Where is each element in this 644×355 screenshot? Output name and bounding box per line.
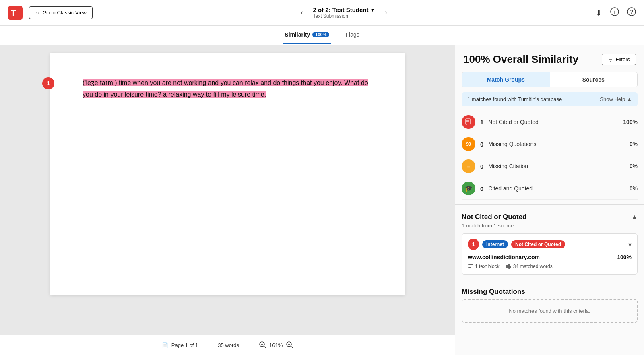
tab-flags[interactable]: Flags <box>344 27 361 44</box>
page-icon: 📄 <box>162 342 168 348</box>
source-badge-num: 1 <box>468 239 479 250</box>
source-pct: 100% <box>617 254 632 260</box>
student-name: 2 of 2: Test Student ▼ <box>313 6 375 13</box>
match-badge-1[interactable]: 1 <box>42 77 54 89</box>
similarity-badge: 100% <box>312 32 329 37</box>
missing-quotations-title: Missing Quotations <box>462 288 638 296</box>
source-url: www.collinsdictionary.com <box>468 254 540 260</box>
not-cited-subtitle: 1 match from 1 source <box>462 223 638 229</box>
page-label: Page 1 of 1 <box>171 342 198 348</box>
match-row-missing-citation: ≡ 0 Missing Citation 0% <box>462 155 638 178</box>
word-count: 35 words <box>218 342 239 348</box>
badge-not-cited-or-quoted: Not Cited or Quoted <box>511 240 565 248</box>
document-panel: 1 ('leʒe taɪm ) time when you are not wo… <box>0 45 455 355</box>
not-cited-title: Not Cited or Quoted ▲ <box>462 213 638 221</box>
topbar-right: ⬇ i ? <box>595 7 636 18</box>
svg-text:T: T <box>11 8 16 17</box>
svg-rect-21 <box>468 266 473 266</box>
chevron-up-icon: ▲ <box>627 96 632 102</box>
match-row-missing-quotations: 99 0 Missing Quotations 0% <box>462 133 638 155</box>
svg-line-12 <box>291 346 293 348</box>
sidebar: 100% Overall Similarity Filters Match Gr… <box>455 45 644 355</box>
svg-rect-23 <box>506 265 508 268</box>
similarity-title: 100% Overall Similarity Filters <box>463 53 636 66</box>
source-card-top: 1 Internet Not Cited or Quoted ▾ <box>468 239 632 250</box>
badge-internet: Internet <box>482 240 508 248</box>
not-cited-icon <box>462 115 475 129</box>
topbar-center: ‹ 2 of 2: Test Student ▼ Text Submission… <box>297 5 390 20</box>
info-button[interactable]: i <box>610 7 619 18</box>
not-cited-collapse-button[interactable]: ▲ <box>631 213 638 221</box>
turnitin-logo-icon: T <box>8 6 23 20</box>
svg-text:?: ? <box>630 9 633 15</box>
text-blocks-meta: 1 text block <box>468 264 500 269</box>
svg-line-8 <box>264 346 266 348</box>
help-button[interactable]: ? <box>627 7 636 18</box>
zoom-in-button[interactable] <box>286 341 293 350</box>
matches-found-box: 1 matches found with Turnitin's database… <box>462 92 638 106</box>
not-cited-section: Not Cited or Quoted ▲ 1 match from 1 sou… <box>455 206 644 281</box>
document-page: 1 ('leʒe taɪm ) time when you are not wo… <box>50 53 405 295</box>
filters-button[interactable]: Filters <box>602 54 636 65</box>
zoom-out-button[interactable] <box>259 341 266 350</box>
svg-text:i: i <box>614 9 615 15</box>
source-badges: 1 Internet Not Cited or Quoted <box>468 239 565 250</box>
dropdown-icon: ▼ <box>370 7 375 13</box>
document-bottom-bar: 📄 Page 1 of 1 35 words 161% <box>0 335 455 355</box>
highlighted-text: ('leʒe taɪm ) time when you are not work… <box>83 79 368 98</box>
submission-type: Text Submission <box>313 13 375 19</box>
topbar-left: T ↔ Go to Classic View <box>8 6 93 20</box>
page-info: 📄 Page 1 of 1 <box>162 342 198 348</box>
main-layout: 1 ('leʒe taɪm ) time when you are not wo… <box>0 45 644 355</box>
sidebar-divider-2 <box>455 283 644 283</box>
svg-rect-17 <box>467 124 470 126</box>
source-meta: 1 text block 34 matched words <box>468 264 632 269</box>
next-student-button[interactable]: › <box>381 5 390 20</box>
svg-rect-22 <box>468 267 471 268</box>
zoom-control: 161% <box>259 341 293 350</box>
zoom-level: 161% <box>269 342 283 348</box>
show-help-button[interactable]: Show Help ▲ <box>600 96 632 102</box>
missing-citation-icon: ≡ <box>462 159 475 173</box>
tab-similarity[interactable]: Similarity 100% <box>283 27 331 44</box>
sidebar-divider-1 <box>455 204 644 205</box>
match-row-cited-quoted: 🎓 0 Cited and Quoted 0% <box>462 178 638 200</box>
matches-found-text: 1 matches found with Turnitin's database <box>467 96 562 102</box>
svg-rect-25 <box>510 266 511 268</box>
sidebar-tab-group: Match Groups Sources <box>462 72 638 87</box>
download-button[interactable]: ⬇ <box>595 8 602 18</box>
missing-quotations-icon: 99 <box>462 137 475 151</box>
tab-match-groups[interactable]: Match Groups <box>462 72 550 87</box>
source-url-row: www.collinsdictionary.com 100% <box>468 254 632 260</box>
sidebar-header: 100% Overall Similarity Filters <box>455 45 644 72</box>
cited-quoted-icon: 🎓 <box>462 182 475 195</box>
arrow-icon: ↔ <box>35 10 40 16</box>
match-rows: 1 Not Cited or Quoted 100% 99 0 Missing … <box>455 111 644 203</box>
match-row-not-cited: 1 Not Cited or Quoted 100% <box>462 111 638 133</box>
missing-quotations-empty: No matches found with this criteria. <box>462 299 638 323</box>
divider-1 <box>208 341 208 349</box>
turnitin-logo: T <box>8 6 23 20</box>
matched-words-meta: 34 matched words <box>506 264 553 269</box>
document-text: ('leʒe taɪm ) time when you are not work… <box>83 77 372 101</box>
classic-view-label: Go to Classic View <box>43 10 87 16</box>
svg-rect-24 <box>508 264 510 269</box>
tabbar: Similarity 100% Flags <box>0 26 644 45</box>
divider-2 <box>249 341 249 349</box>
source-card-collins: 1 Internet Not Cited or Quoted ▾ www.col… <box>462 233 638 275</box>
missing-quotations-section: Missing Quotations No matches found with… <box>455 285 644 326</box>
tab-sources[interactable]: Sources <box>550 72 638 87</box>
source-card-expand-button[interactable]: ▾ <box>628 241 632 248</box>
topbar: T ↔ Go to Classic View ‹ 2 of 2: Test St… <box>0 0 644 26</box>
svg-rect-20 <box>468 264 473 265</box>
prev-student-button[interactable]: ‹ <box>297 5 306 20</box>
classic-view-button[interactable]: ↔ Go to Classic View <box>29 6 93 19</box>
